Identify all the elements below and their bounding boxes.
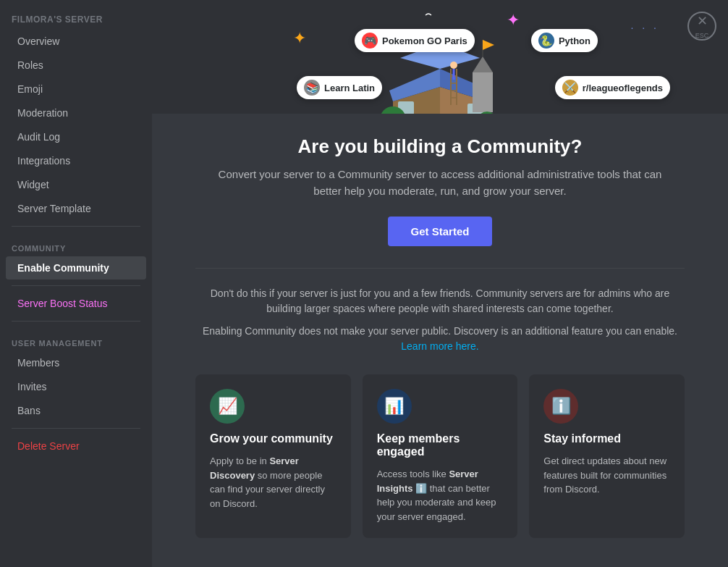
user-management-section-label: User Management [0, 327, 152, 350]
engaged-desc: Access tools like Server Insights ℹ️ tha… [377, 467, 504, 524]
chip-python-icon: 🐍 [538, 33, 554, 49]
svg-marker-12 [483, 40, 494, 50]
chip-pokemon-icon: 🎮 [362, 33, 378, 49]
sidebar-divider-1 [12, 226, 140, 227]
svg-point-25 [450, 62, 457, 69]
sidebar-item-roles[interactable]: Roles [6, 54, 146, 77]
content-divider [195, 268, 685, 269]
engaged-icon: 📊 [377, 389, 412, 424]
grow-desc: Apply to be in Server Discovery so more … [210, 454, 337, 511]
main-content: ✕ ESC ✦ ✦ ✦ · · · [152, 0, 728, 567]
sidebar-item-moderation[interactable]: Moderation [6, 101, 146, 125]
sidebar-divider-2 [12, 285, 140, 286]
server-name: Filmora's Server [0, 7, 152, 29]
info-link[interactable]: Learn more here. [401, 340, 478, 352]
sidebar-item-invites[interactable]: Invites [6, 375, 146, 398]
feature-cards: 📈 Grow your community Apply to be in Ser… [195, 374, 685, 538]
chip-pokemon-label: Pokemon GO Paris [382, 35, 467, 46]
sidebar-item-members[interactable]: Members [6, 351, 146, 374]
sidebar-item-emoji[interactable]: Emoji [6, 77, 146, 101]
main-text-content: Are you building a Community? Convert yo… [152, 114, 728, 567]
chip-python-label: Python [559, 35, 591, 46]
hero-illustration [360, 7, 520, 114]
close-icon: ✕ [697, 13, 708, 29]
sidebar-item-server-template[interactable]: Server Template [6, 197, 146, 220]
feature-card-engaged: 📊 Keep members engaged Access tools like… [363, 374, 518, 538]
hero-section: ✦ ✦ ✦ · · · [152, 0, 728, 114]
info-text-prefix: Enabling Community does not make your se… [203, 325, 677, 337]
dots-decoration: · · · [631, 22, 659, 33]
feature-card-grow: 📈 Grow your community Apply to be in Ser… [195, 374, 351, 538]
feature-card-informed: ℹ️ Stay informed Get direct updates abou… [529, 374, 685, 538]
chip-latin: 📚 Learn Latin [297, 76, 382, 99]
chip-lol: ⚔️ r/leagueoflegends [555, 76, 670, 99]
page-subtitle: Convert your server to a Community serve… [208, 167, 672, 199]
sidebar-item-server-boost[interactable]: Server Boost Status [6, 292, 146, 315]
chip-lol-icon: ⚔️ [562, 80, 578, 96]
community-section-label: Community [0, 232, 152, 256]
sidebar-item-delete-server[interactable]: Delete Server [6, 434, 146, 458]
sidebar-item-integrations[interactable]: Integrations [6, 149, 146, 172]
sidebar-divider-4 [12, 428, 140, 429]
informed-title: Stay informed [543, 432, 670, 445]
close-button[interactable]: ✕ ESC [687, 12, 716, 41]
sidebar-item-bans[interactable]: Bans [6, 399, 146, 422]
get-started-button[interactable]: Get Started [388, 217, 493, 246]
chip-latin-label: Learn Latin [324, 83, 375, 93]
informed-icon: ℹ️ [543, 389, 578, 424]
esc-label: ESC [695, 32, 709, 39]
sidebar-item-overview[interactable]: Overview [6, 30, 146, 53]
sidebar-divider-3 [12, 321, 140, 322]
page-title: Are you building a Community? [298, 135, 583, 158]
informed-desc: Get direct updates about new features bu… [543, 454, 670, 497]
grow-title: Grow your community [210, 432, 337, 445]
star-decoration-1: ✦ [293, 29, 306, 48]
warning-text: Don't do this if your server is just for… [195, 286, 685, 316]
chip-python: 🐍 Python [531, 29, 598, 52]
sidebar-item-audit-log[interactable]: Audit Log [6, 125, 146, 148]
info-text: Enabling Community does not make your se… [195, 324, 685, 354]
engaged-title: Keep members engaged [377, 432, 504, 458]
sidebar-item-widget[interactable]: Widget [6, 173, 146, 196]
sidebar: Filmora's Server Overview Roles Emoji Mo… [0, 0, 152, 567]
chip-pokemon: 🎮 Pokemon GO Paris [355, 29, 475, 52]
grow-icon: 📈 [210, 389, 245, 424]
chip-lol-label: r/leagueoflegends [583, 83, 663, 93]
chip-latin-icon: 📚 [304, 80, 320, 96]
svg-rect-9 [473, 72, 493, 112]
sidebar-item-enable-community[interactable]: Enable Community [6, 256, 146, 280]
